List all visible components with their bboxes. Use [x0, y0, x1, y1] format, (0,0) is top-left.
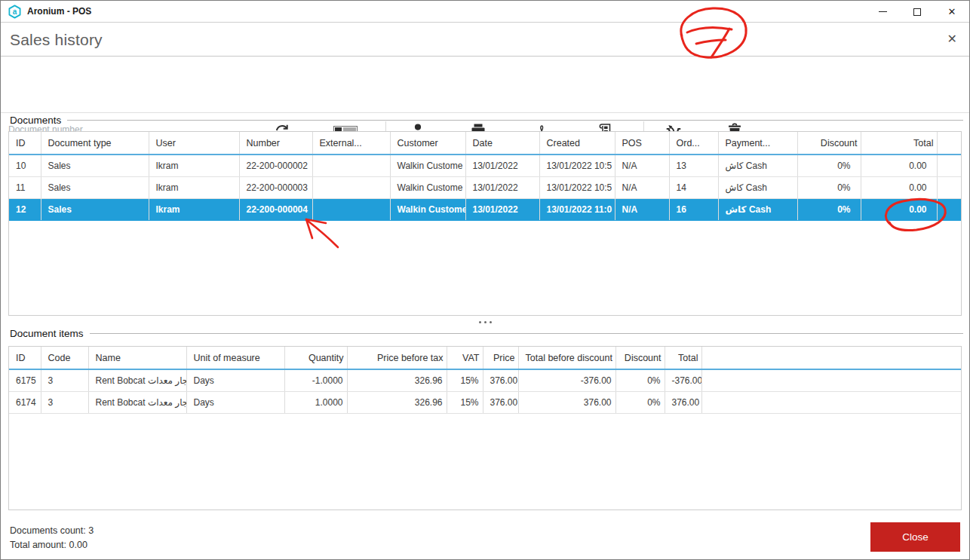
cell: 13/01/2022 11:0 — [539, 198, 615, 220]
cell: 0.00 — [861, 155, 937, 176]
cell: 14 — [669, 176, 718, 198]
cell — [937, 176, 961, 198]
cell: 1.0000 — [284, 391, 347, 413]
cell: 376.00 — [483, 369, 518, 391]
cell: 326.96 — [347, 369, 447, 391]
documents-count-value: 3 — [88, 525, 94, 536]
cell: 13/01/2022 — [465, 155, 539, 176]
column-header[interactable]: Price — [483, 347, 518, 369]
column-header[interactable]: Total before discount — [518, 347, 615, 369]
cell: 13/01/2022 — [465, 176, 539, 198]
close-button[interactable]: Close — [870, 522, 960, 552]
svg-text:a: a — [13, 8, 17, 16]
column-header[interactable]: ID — [9, 132, 41, 155]
cell: كاش Cash — [718, 176, 797, 198]
cell: Ikram — [149, 155, 239, 176]
item-row[interactable]: 61743Rent Bobcat ايجار معداتDays1.000032… — [9, 391, 961, 413]
splitter-handle[interactable] — [1, 317, 969, 327]
cell: -376.00 — [518, 369, 615, 391]
cell: 13 — [669, 155, 718, 176]
aronium-logo-icon: a — [8, 5, 22, 19]
cell — [312, 198, 390, 220]
cell: كاش Cash — [718, 198, 797, 220]
column-header[interactable]: Document type — [41, 132, 149, 155]
dialog-header: Sales history ✕ — [1, 23, 969, 57]
document-items-table: IDCodeNameUnit of measureQuantityPrice b… — [9, 347, 961, 414]
window-close-button[interactable]: ✕ — [935, 1, 969, 23]
document-items-header-row: IDCodeNameUnit of measureQuantityPrice b… — [9, 347, 961, 369]
documents-count-label: Documents count: — [10, 525, 86, 536]
documents-section-label: Documents — [10, 115, 963, 126]
cell: 0% — [797, 155, 861, 176]
cell: Days — [186, 391, 284, 413]
section-rule — [67, 120, 963, 121]
cell — [937, 155, 961, 176]
column-header[interactable]: Price before tax — [347, 347, 447, 369]
column-header[interactable]: Discount — [797, 132, 861, 155]
total-amount-label: Total amount: — [10, 540, 66, 550]
cell: 13/01/2022 10:5 — [539, 176, 615, 198]
minimize-icon — [879, 11, 887, 13]
cell: 6175 — [9, 369, 41, 391]
cell: Walkin Custome — [390, 198, 465, 220]
column-header[interactable]: Date — [465, 132, 539, 155]
cell: 376.00 — [665, 391, 701, 413]
column-header[interactable]: Unit of measure — [186, 347, 284, 369]
cell — [701, 369, 961, 391]
cell: Sales — [41, 176, 149, 198]
column-header[interactable]: Code — [41, 347, 88, 369]
column-header[interactable] — [937, 132, 961, 155]
cell: 22-200-000004 — [239, 198, 312, 220]
column-header[interactable]: Total — [665, 347, 701, 369]
dialog-title: Sales history — [10, 31, 103, 49]
document-row[interactable]: 10SalesIkram22-200-000002Walkin Custome1… — [9, 155, 961, 176]
column-header[interactable]: Payment... — [718, 132, 797, 155]
column-header[interactable]: POS — [615, 132, 669, 155]
splitter-grip-icon — [479, 321, 492, 323]
dialog-close-button[interactable]: ✕ — [947, 32, 957, 46]
cell — [701, 391, 961, 413]
cell: Sales — [41, 198, 149, 220]
column-header[interactable] — [701, 347, 961, 369]
document-row[interactable]: 12SalesIkram22-200-000004Walkin Custome1… — [9, 198, 961, 220]
column-header[interactable]: Total — [861, 132, 937, 155]
column-header[interactable]: Discount — [615, 347, 665, 369]
cell: Ikram — [149, 198, 239, 220]
column-header[interactable]: VAT — [447, 347, 483, 369]
total-amount-value: 0.00 — [69, 540, 87, 550]
cell: 0.00 — [861, 176, 937, 198]
column-header[interactable]: Quantity — [284, 347, 347, 369]
cell: Rent Bobcat ايجار معدات — [88, 391, 186, 413]
cell: 0% — [615, 369, 665, 391]
column-header[interactable]: External... — [312, 132, 390, 155]
cell: 15% — [447, 369, 483, 391]
cell: 0% — [797, 176, 861, 198]
maximize-button[interactable] — [900, 1, 935, 23]
minimize-button[interactable] — [865, 1, 900, 23]
cell: 22-200-000002 — [239, 155, 312, 176]
maximize-icon — [913, 8, 921, 16]
cell: كاش Cash — [718, 155, 797, 176]
cell: 13/01/2022 — [465, 198, 539, 220]
document-row[interactable]: 11SalesIkram22-200-000003Walkin Custome1… — [9, 176, 961, 198]
column-header[interactable]: Customer — [390, 132, 465, 155]
item-row[interactable]: 61753Rent Bobcat ايجار معداتDays-1.00003… — [9, 369, 961, 391]
column-header[interactable]: Ord... — [669, 132, 718, 155]
window-title: Aronium - POS — [27, 6, 91, 17]
cell: 16 — [669, 198, 718, 220]
cell: N/A — [615, 155, 669, 176]
cell: N/A — [615, 198, 669, 220]
column-header[interactable]: Created — [539, 132, 615, 155]
cell: Rent Bobcat ايجار معدات — [88, 369, 186, 391]
column-header[interactable]: User — [149, 132, 239, 155]
column-header[interactable]: ID — [9, 347, 41, 369]
document-items-section-title: Document items — [10, 328, 84, 339]
cell: 13/01/2022 10:5 — [539, 155, 615, 176]
column-header[interactable]: Name — [88, 347, 186, 369]
cell: 376.00 — [483, 391, 518, 413]
cell: -1.0000 — [284, 369, 347, 391]
column-header[interactable]: Number — [239, 132, 312, 155]
toolbar: POS ▼ 13/01/2022 - 13/01/2022 Refresh — [1, 57, 969, 113]
cell: 12 — [9, 198, 41, 220]
close-button-label: Close — [902, 531, 929, 543]
